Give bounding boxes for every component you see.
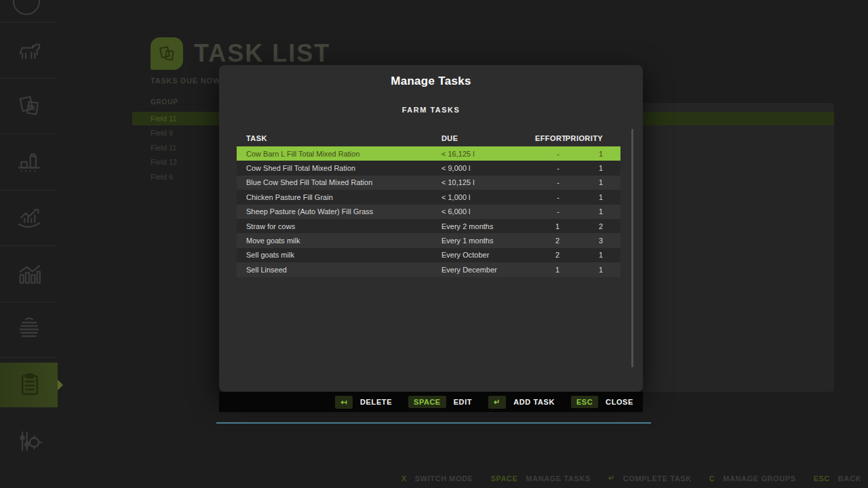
backspace-key-icon: ↤	[335, 396, 353, 409]
manage-tasks-dialog: Manage Tasks FARM TASKS TASK DUE EFFORT …	[219, 65, 643, 392]
key-hint: ESC	[814, 474, 830, 483]
button-label: DELETE	[360, 398, 392, 406]
complete-task-hint[interactable]: ↵COMPLETE TASK	[608, 474, 692, 483]
divider	[0, 22, 56, 22]
hint-label: MANAGE GROUPS	[723, 474, 795, 483]
task-name-cell: Cow Shed Fill Total Mixed Ration	[246, 164, 441, 172]
task-row[interactable]: Sheep Pasture (Auto Water) Fill Grass< 6…	[237, 205, 620, 219]
divider	[0, 245, 56, 246]
clock-circle-icon	[13, 0, 40, 15]
space-key: SPACE	[408, 396, 446, 408]
task-due-cell: < 10,125 l	[441, 178, 535, 186]
manage-groups-hint[interactable]: CMANAGE GROUPS	[709, 474, 796, 483]
column-header-due: DUE	[441, 134, 535, 142]
divider	[0, 302, 56, 302]
table-header-row: TASK DUE EFFORT PRIORITY	[237, 131, 620, 145]
production-icon	[16, 148, 43, 176]
task-priority-cell: 1	[559, 266, 604, 274]
task-due-cell: < 1,000 l	[441, 193, 535, 201]
sidebar-item-statistics[interactable]	[0, 251, 58, 296]
back-hint[interactable]: ESCBACK	[814, 474, 861, 483]
sidebar-item-animals[interactable]	[0, 28, 58, 73]
button-label: CLOSE	[606, 398, 633, 406]
statistics-bar-chart-icon	[16, 260, 43, 287]
task-priority-cell: 2	[559, 222, 604, 230]
task-due-cell: Every December	[441, 266, 535, 274]
button-label: ADD TASK	[513, 398, 555, 406]
divider	[0, 134, 56, 134]
task-name-cell: Blue Cow Shed Fill Total Mixed Ration	[246, 178, 441, 186]
key-hint: SPACE	[491, 474, 518, 483]
settings-sliders-gear-icon	[16, 428, 43, 455]
group-column-label: GROUP	[151, 98, 178, 106]
animals-cow-icon	[16, 37, 43, 64]
finances-growth-hand-icon	[16, 204, 43, 231]
sidebar-item-mod-hub[interactable]	[0, 307, 58, 352]
task-effort-cell: -	[535, 178, 559, 186]
contracts-documents-icon	[16, 92, 43, 119]
task-row[interactable]: Chicken Pasture Fill Grain< 1,000 l-1	[237, 190, 620, 204]
manage-tasks-hint[interactable]: SPACEMANAGE TASKS	[491, 474, 591, 483]
task-due-cell: < 6,000 l	[441, 207, 535, 216]
mod-logo-icon	[16, 316, 43, 343]
page-title: TASK LIST	[194, 39, 330, 68]
key-hint: X	[401, 474, 407, 483]
tasks-due-now-label: TASKS DUE NOW	[151, 77, 220, 85]
task-name-cell: Chicken Pasture Fill Grain	[246, 193, 441, 201]
task-row[interactable]: Sell LinseedEvery December11	[237, 262, 620, 277]
task-name-cell: Sell goats milk	[246, 251, 441, 259]
add-task-button[interactable]: ↵ADD TASK	[488, 396, 555, 409]
focus-divider-line	[216, 422, 651, 424]
close-button[interactable]: ESCCLOSE	[571, 396, 633, 408]
task-due-cell: < 16,125 l	[441, 150, 535, 158]
task-due-cell: < 9,000 l	[441, 164, 535, 172]
divider	[0, 357, 56, 358]
dialog-title: Manage Tasks	[219, 75, 643, 88]
task-row[interactable]: Cow Barn L Fill Total Mixed Ration< 16,1…	[237, 146, 620, 161]
task-list-page-icon	[151, 37, 183, 70]
dialog-button-bar: ↤DELETESPACEEDIT↵ADD TASKESCCLOSE	[219, 392, 643, 412]
help-bar: XSWITCH MODESPACEMANAGE TASKS↵COMPLETE T…	[401, 474, 861, 483]
task-due-cell: Every 2 months	[441, 222, 535, 230]
sidebar-item-task-list[interactable]	[0, 363, 58, 407]
divider	[0, 190, 56, 190]
task-effort-cell: -	[535, 207, 559, 216]
enter-key-icon: ↵	[488, 396, 506, 409]
table-body: Cow Barn L Fill Total Mixed Ration< 16,1…	[237, 146, 620, 277]
sidebar-item-contracts[interactable]	[0, 83, 58, 128]
task-name-cell: Sheep Pasture (Auto Water) Fill Grass	[246, 207, 441, 216]
sidebar-item-settings[interactable]	[0, 419, 58, 464]
scrollbar[interactable]	[631, 129, 633, 367]
switch-mode-hint[interactable]: XSWITCH MODE	[401, 474, 473, 483]
task-priority-cell: 1	[559, 150, 604, 158]
task-list-clipboard-icon	[16, 371, 43, 399]
task-name-cell: Cow Barn L Fill Total Mixed Ration	[246, 150, 441, 158]
task-effort-cell: 2	[535, 237, 559, 245]
task-effort-cell: 1	[535, 266, 559, 274]
divider	[0, 78, 56, 79]
edit-button[interactable]: SPACEEDIT	[408, 396, 472, 408]
task-name-cell: Straw for cows	[246, 222, 441, 230]
delete-button[interactable]: ↤DELETE	[335, 396, 392, 409]
task-name-cell: Move goats milk	[246, 237, 441, 245]
task-priority-cell: 1	[559, 178, 604, 186]
task-effort-cell: -	[535, 193, 559, 201]
sidebar-item-production[interactable]	[0, 140, 58, 184]
task-list-documents-icon	[157, 43, 177, 64]
hint-label: COMPLETE TASK	[623, 474, 692, 483]
task-row[interactable]: Blue Cow Shed Fill Total Mixed Ration< 1…	[237, 176, 620, 190]
task-row[interactable]: Cow Shed Fill Total Mixed Ration< 9,000 …	[237, 161, 620, 175]
group-pager-label: FARM TASKS	[219, 106, 643, 114]
column-header-task: TASK	[246, 134, 441, 142]
task-row[interactable]: Move goats milkEvery 1 months23	[237, 233, 620, 247]
task-priority-cell: 1	[559, 164, 604, 172]
hint-label: MANAGE TASKS	[526, 474, 591, 483]
column-header-effort: EFFORT	[535, 134, 559, 142]
sidebar-item-finances[interactable]	[0, 195, 58, 240]
task-row[interactable]: Straw for cowsEvery 2 months12	[237, 219, 620, 233]
task-table: TASK DUE EFFORT PRIORITY Cow Barn L Fill…	[237, 131, 620, 277]
esc-key: ESC	[571, 396, 598, 408]
task-row[interactable]: Sell goats milkEvery October21	[237, 248, 620, 262]
task-due-cell: Every October	[441, 251, 535, 259]
hint-label: SWITCH MODE	[415, 474, 473, 483]
